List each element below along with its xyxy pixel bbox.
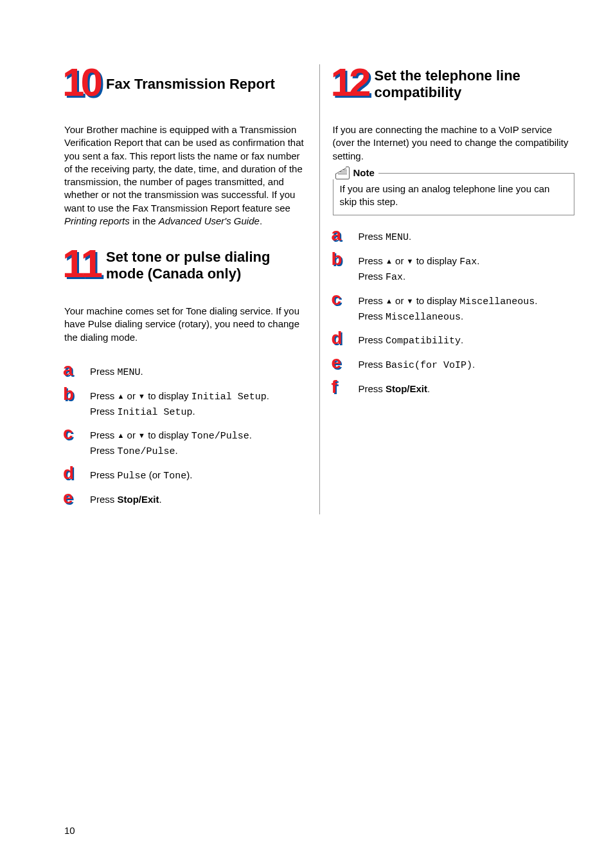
step-text: Press Pulse (or Tone). [90,466,192,484]
note-icon [335,167,350,179]
step-letter-c: cc [64,426,78,444]
section-11-header: 11 11 Set tone or pulse dialing mode (Ca… [64,246,306,285]
step-text: Press Stop/Exit. [359,379,431,396]
right-column: 12 12 Set the telephone line compatibili… [333,64,575,514]
column-divider [319,64,320,514]
note-box: Note If you are using an analog telephon… [333,173,575,216]
step-letter-e: ee [333,355,347,373]
section-12-header: 12 12 Set the telephone line compatibili… [333,64,575,104]
step-text: Press ▲ or ▼ to display Fax. Press Fax. [359,251,480,285]
step-text: Press Basic(for VoIP). [359,355,475,373]
step-letter-f: ff [333,379,347,397]
step-text: Press Compatibility. [359,330,464,348]
page-content: 10 10 Fax Transmission Report Your Broth… [0,0,613,540]
step-number-10: 10 10 [64,64,101,104]
section-12-body: If you are connecting the machine to a V… [333,123,575,163]
down-arrow-icon: ▼ [138,431,145,439]
section-12-step-a: aa Press MENU. [333,227,575,245]
step-letter-e: ee [64,490,78,508]
section-11-step-a: aa Press MENU. [64,362,306,380]
step-text: Press ▲ or ▼ to display Miscellaneous. P… [359,291,538,325]
section-11-title: Set tone or pulse dialing mode (Canada o… [106,249,306,283]
section-12-step-c: cc Press ▲ or ▼ to display Miscellaneous… [333,291,575,325]
section-11-step-d: dd Press Pulse (or Tone). [64,466,306,484]
step-text: Press MENU. [90,362,143,380]
step-letter-a: aa [333,227,347,245]
section-11-step-e: ee Press Stop/Exit. [64,490,306,508]
section-12-title: Set the telephone line compatibility [374,68,574,102]
step-text: Press ▲ or ▼ to display Tone/Pulse. Pres… [90,426,252,459]
step-letter-b: bb [64,386,78,404]
step-letter-c: cc [333,291,347,309]
left-column: 10 10 Fax Transmission Report Your Broth… [64,64,306,514]
section-10-body: Your Brother machine is equipped with a … [64,123,306,228]
page-number: 10 [64,825,75,836]
down-arrow-icon: ▼ [407,257,414,265]
step-letter-d: dd [333,330,347,348]
section-10-title: Fax Transmission Report [106,76,275,93]
step-text: Press Stop/Exit. [90,490,162,507]
up-arrow-icon: ▲ [118,392,125,400]
step-letter-b: bb [333,251,347,269]
step-letter-d: dd [64,466,78,484]
section-11-body: Your machine comes set for Tone dialing … [64,305,306,344]
section-11-step-b: bb Press ▲ or ▼ to display Initial Setup… [64,386,306,420]
step-number-11: 11 11 [64,246,101,285]
section-12-step-b: bb Press ▲ or ▼ to display Fax. Press Fa… [333,251,575,285]
note-text: If you are using an analog telephone lin… [333,183,574,215]
note-label: Note [353,167,375,178]
step-number-12: 12 12 [333,64,369,104]
up-arrow-icon: ▲ [386,297,393,305]
section-12-step-f: ff Press Stop/Exit. [333,379,575,397]
up-arrow-icon: ▲ [118,431,125,439]
section-12-step-e: ee Press Basic(for VoIP). [333,355,575,373]
section-10-header: 10 10 Fax Transmission Report [64,64,306,104]
step-text: Press MENU. [359,227,412,245]
up-arrow-icon: ▲ [386,257,393,265]
section-12-step-d: dd Press Compatibility. [333,330,575,348]
section-11-step-c: cc Press ▲ or ▼ to display Tone/Pulse. P… [64,426,306,459]
step-text: Press ▲ or ▼ to display Initial Setup. P… [90,386,269,420]
down-arrow-icon: ▼ [138,392,145,400]
down-arrow-icon: ▼ [407,297,414,305]
step-letter-a: aa [64,362,78,380]
